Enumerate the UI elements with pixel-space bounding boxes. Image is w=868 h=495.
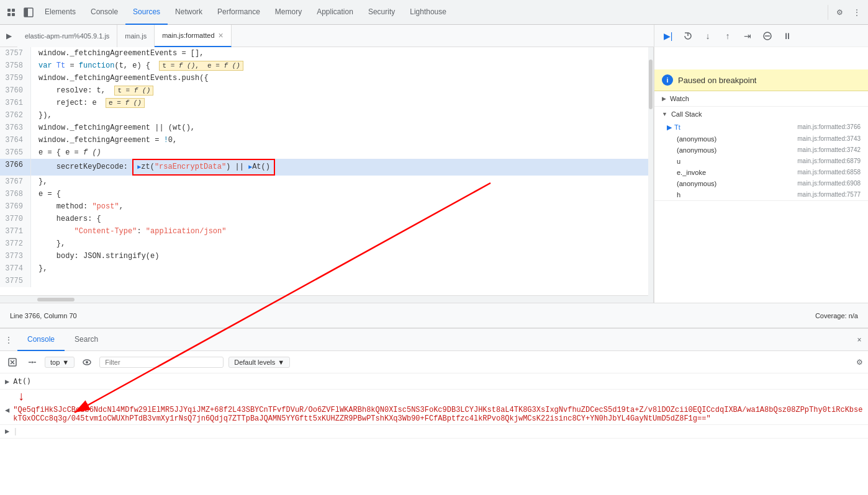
log-level-selector[interactable]: Default levels ▼ [228,357,290,368]
toggle-filter-icon[interactable] [25,355,40,370]
dock-icon[interactable] [20,4,37,21]
active-frame-icon: ▶ [667,123,672,131]
tab-security[interactable]: Security [361,0,402,25]
code-line-3770: 3770 headers: { [0,213,653,225]
console-settings-icon[interactable]: ⚙ [856,358,863,367]
file-tab-main-js[interactable]: main.js [117,25,155,47]
code-line-3767: 3767 }, [0,176,653,188]
call-stack-section: ▼ Call Stack ▶Tt main.js:formatted:3766 … [654,107,868,201]
resume-btn[interactable]: ▶| [659,27,677,45]
call-stack-section-header[interactable]: ▼ Call Stack [654,107,868,122]
pause-exceptions-btn[interactable]: ⏸ [779,27,796,45]
call-stack-item-h[interactable]: h main.js:formatted:7577 [654,189,868,200]
v-scrollbar-thumb [649,60,653,109]
eye-icon[interactable] [79,355,94,370]
code-line-3763: 3763 window._fetchingAgreement || (wt(), [0,122,653,134]
debug-toolbar: ▶| ↓ ↑ ⇥ ⏸ [654,25,868,47]
bottom-panel: ⋮ Console Search × top ▼ [0,328,868,470]
red-arrow-down-icon: ↓ [17,391,25,403]
call-stack-triangle-icon: ▼ [662,111,667,117]
file-tab-left-arrow[interactable]: ▶ [0,25,17,47]
watch-section: ▶ Watch [654,91,868,107]
code-line-3759: 3759 window._fetchingAgreementEvents.pus… [0,72,653,84]
svg-rect-0 [7,9,11,12]
bottom-tab-bar: ⋮ Console Search × [0,329,868,351]
call-stack-item-tt[interactable]: ▶Tt main.js:formatted:3766 [654,122,868,133]
main-area: 3757 window._fetchingAgreementEvents = [… [0,47,868,303]
top-tab-bar: Elements Console Sources Network Perform… [0,0,868,25]
paused-label: Paused on breakpoint [678,76,756,85]
settings-icon[interactable]: ⚙ [831,4,848,21]
step-over-btn[interactable] [679,27,697,45]
bottom-panel-menu-icon[interactable]: ⋮ [0,329,17,351]
code-line-3771: 3771 "Content-Type": "application/json" [0,225,653,238]
filter-input[interactable] [99,357,224,368]
code-line-3773: 3773 body: JSON.stringify(e) [0,250,653,262]
code-lines: 3757 window._fetchingAgreementEvents = [… [0,47,653,287]
devtools-menu-icon[interactable] [2,4,20,21]
step-out-btn[interactable]: ↑ [719,27,736,45]
status-line-col: Line 3766, Column 70 [10,312,77,319]
console-cursor: | [13,427,17,436]
svg-rect-5 [24,8,28,17]
call-stack-item-anon-3[interactable]: (anonymous) main.js:formatted:6908 [654,178,868,189]
step-btn[interactable]: ⇥ [739,27,756,45]
code-line-3760: 3760 resolve: t, t = f () [0,84,653,97]
tab-lighthouse[interactable]: Lighthouse [402,0,454,25]
code-vertical-scrollbar[interactable] [648,47,653,303]
call-stack-item-anon-1[interactable]: (anonymous) main.js:formatted:3743 [654,133,868,145]
close-bottom-panel-icon[interactable]: × [851,329,868,351]
code-line-3762: 3762 }), [0,109,653,122]
collapse-row-icon[interactable]: ◀ [5,406,9,415]
tab-network[interactable]: Network [168,0,210,25]
watch-label: Watch [670,95,689,102]
svg-rect-3 [12,13,15,16]
code-line-3772: 3772 }, [0,238,653,250]
code-line-3768: 3768 e = { [0,188,653,200]
console-arrow-annotation: ↓ [0,390,868,404]
svg-rect-1 [12,9,15,12]
code-line-3769: 3769 method: "post", [0,200,653,213]
tab-elements[interactable]: Elements [37,0,83,25]
call-stack-item-u[interactable]: u main.js:formatted:6879 [654,156,868,167]
code-line-3766: 3766 secretKeyDecode: ▶zt("rsaEncryptDat… [0,159,653,176]
call-stack-item-einvoke[interactable]: e._invoke main.js:formatted:6858 [654,167,868,178]
clear-console-icon[interactable] [5,355,20,370]
tab-performance[interactable]: Performance [210,0,268,25]
code-panel: 3757 window._fetchingAgreementEvents = [… [0,47,654,303]
code-line-3757: 3757 window._fetchingAgreementEvents = [… [0,47,653,60]
code-line-3761: 3761 reject: e e = f () [0,97,653,109]
console-data-value: "Qe5qfiHkSJcCBedb6NdcNl4MDfw29lElMR5JJYq… [13,406,863,423]
console-at-label: At() [13,377,31,386]
tab-memory[interactable]: Memory [268,0,309,25]
svg-point-11 [32,361,34,363]
status-bar: Line 3766, Column 70 Coverage: n/a [0,303,868,328]
status-coverage: Coverage: n/a [815,312,858,319]
code-horizontal-scrollbar[interactable] [0,295,648,303]
console-prompt-row[interactable]: ▶ | [0,425,868,439]
console-toolbar: top ▼ Default levels ▼ ⚙ [0,351,868,373]
watch-section-header[interactable]: ▶ Watch [654,91,868,106]
deactivate-btn[interactable] [759,27,776,45]
code-line-3758: 3758 var Tt = function(t, e) { t = f (),… [0,60,653,72]
more-options-icon[interactable]: ⋮ [848,4,866,21]
call-stack-item-anon-2[interactable]: (anonymous) main.js:formatted:3742 [654,145,868,156]
context-selector[interactable]: top ▼ [45,357,75,368]
console-prompt-icon: ▶ [5,427,9,436]
tab-sources[interactable]: Sources [125,0,168,25]
right-panel: i Paused on breakpoint ▶ Watch ▼ Call St… [654,47,868,303]
expand-row-icon[interactable]: ▶ [5,377,9,386]
code-line-3775: 3775 [0,275,653,287]
file-tab-main-js-formatted[interactable]: main.js:formatted × [155,25,232,47]
tab-search-bottom[interactable]: Search [65,329,108,351]
tab-console[interactable]: Console [83,0,125,25]
file-tab-elastic[interactable]: elastic-apm-rum%405.9.1.js [17,25,117,47]
console-row-at: ▶ At() [0,376,868,390]
tab-application[interactable]: Application [309,0,361,25]
tab-console-bottom[interactable]: Console [17,329,65,351]
info-icon: i [662,74,673,86]
call-stack-label: Call Stack [671,110,702,118]
close-tab-icon[interactable]: × [219,31,224,40]
step-into-btn[interactable]: ↓ [699,27,717,45]
code-line-3765: 3765 e = { e = f () [0,146,653,159]
